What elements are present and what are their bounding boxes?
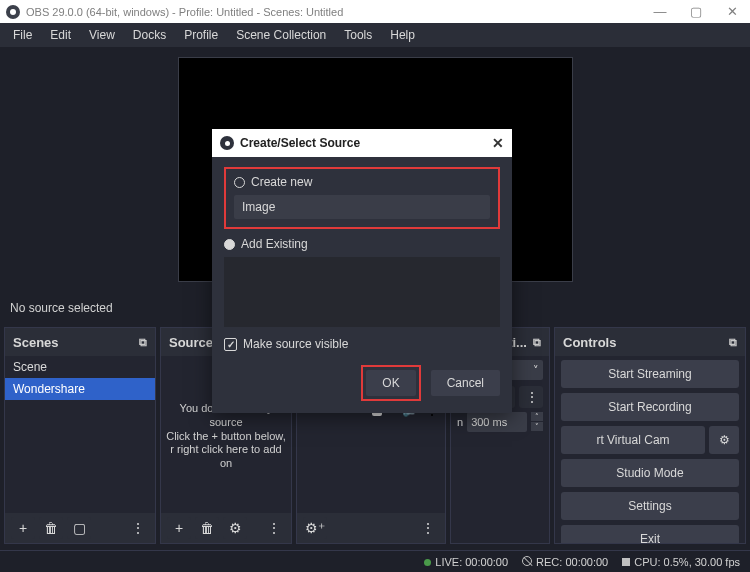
create-new-highlight: Create new Image: [224, 167, 500, 229]
menu-docks[interactable]: Docks: [124, 28, 175, 42]
close-button[interactable]: ✕: [714, 0, 750, 23]
remove-scene-button[interactable]: 🗑: [39, 517, 63, 539]
exit-button[interactable]: Exit: [561, 525, 739, 543]
remove-source-button[interactable]: 🗑: [195, 517, 219, 539]
settings-button[interactable]: Settings: [561, 492, 739, 520]
status-cpu: CPU: 0.5%, 30.00 fps: [634, 556, 740, 568]
dock-icon[interactable]: ⧉: [729, 336, 737, 349]
main-area: No source selected ⚙ P Scenes ⧉ Scene Wo…: [0, 47, 750, 572]
menu-file[interactable]: File: [4, 28, 41, 42]
ok-highlight: OK: [361, 365, 420, 401]
ok-button[interactable]: OK: [366, 370, 415, 396]
menu-edit[interactable]: Edit: [41, 28, 80, 42]
virtual-cam-button[interactable]: rt Virtual Cam: [561, 426, 705, 454]
scene-item-selected[interactable]: Wondershare: [5, 378, 155, 400]
dock-icon[interactable]: ⧉: [139, 336, 147, 349]
create-new-radio[interactable]: Create new: [234, 175, 490, 189]
dialog-titlebar: Create/Select Source ✕: [212, 129, 512, 157]
maximize-button[interactable]: ▢: [678, 0, 714, 23]
scenes-header: Scenes ⧉: [5, 328, 155, 356]
menu-help[interactable]: Help: [381, 28, 424, 42]
mixer-menu-button[interactable]: ⋮: [415, 517, 439, 539]
duration-up[interactable]: ˄: [531, 412, 543, 421]
start-streaming-button[interactable]: Start Streaming: [561, 360, 739, 388]
menu-tools[interactable]: Tools: [335, 28, 381, 42]
duration-input[interactable]: 300 ms: [467, 412, 527, 432]
add-existing-radio[interactable]: Add Existing: [224, 237, 500, 251]
dialog-title: Create/Select Source: [240, 136, 360, 150]
chevron-down-icon: ˅: [533, 364, 539, 377]
no-source-label: No source selected: [0, 301, 113, 315]
source-menu-button[interactable]: ⋮: [261, 517, 285, 539]
duration-label: n: [457, 416, 463, 428]
status-bar: LIVE: 00:00:00 REC: 00:00:00 CPU: 0.5%, …: [0, 550, 750, 572]
create-source-dialog: Create/Select Source ✕ Create new Image …: [212, 129, 512, 413]
transition-menu-button[interactable]: ⋮: [519, 386, 543, 408]
menu-bar: File Edit View Docks Profile Scene Colle…: [0, 23, 750, 47]
dialog-close-button[interactable]: ✕: [492, 135, 504, 151]
status-rec-icon: [522, 556, 532, 566]
dialog-logo-icon: [220, 136, 234, 150]
cancel-button[interactable]: Cancel: [431, 370, 500, 396]
radio-icon: [224, 239, 235, 250]
make-visible-checkbox[interactable]: ✓ Make source visible: [224, 337, 500, 351]
title-bar: OBS 29.0.0 (64-bit, windows) - Profile: …: [0, 0, 750, 23]
menu-profile[interactable]: Profile: [175, 28, 227, 42]
dock-icon[interactable]: ⧉: [533, 336, 541, 349]
menu-scene-collection[interactable]: Scene Collection: [227, 28, 335, 42]
adv-audio-button[interactable]: ⚙⁺: [303, 517, 327, 539]
controls-panel: Controls ⧉ Start Streaming Start Recordi…: [554, 327, 746, 544]
app-logo-icon: [6, 5, 20, 19]
virtual-cam-settings-button[interactable]: ⚙: [709, 426, 739, 454]
studio-mode-button[interactable]: Studio Mode: [561, 459, 739, 487]
start-recording-button[interactable]: Start Recording: [561, 393, 739, 421]
duration-down[interactable]: ˅: [531, 422, 543, 431]
source-name-input[interactable]: Image: [234, 195, 490, 219]
existing-sources-list[interactable]: [224, 257, 500, 327]
add-source-button[interactable]: +: [167, 517, 191, 539]
scenes-panel: Scenes ⧉ Scene Wondershare + 🗑 ▢ ⋮: [4, 327, 156, 544]
radio-icon: [234, 177, 245, 188]
source-settings-button[interactable]: ⚙: [223, 517, 247, 539]
scene-filter-button[interactable]: ▢: [67, 517, 91, 539]
status-live: LIVE: 00:00:00: [435, 556, 508, 568]
controls-header: Controls ⧉: [555, 328, 745, 356]
scene-item[interactable]: Scene: [5, 356, 155, 378]
menu-view[interactable]: View: [80, 28, 124, 42]
status-rec: REC: 00:00:00: [536, 556, 608, 568]
scene-menu-button[interactable]: ⋮: [125, 517, 149, 539]
window-title: OBS 29.0.0 (64-bit, windows) - Profile: …: [26, 6, 343, 18]
app-window: OBS 29.0.0 (64-bit, windows) - Profile: …: [0, 0, 750, 572]
minimize-button[interactable]: —: [642, 0, 678, 23]
add-scene-button[interactable]: +: [11, 517, 35, 539]
checkbox-icon: ✓: [224, 338, 237, 351]
status-dot-icon: [424, 559, 431, 566]
status-cpu-icon: [622, 558, 630, 566]
